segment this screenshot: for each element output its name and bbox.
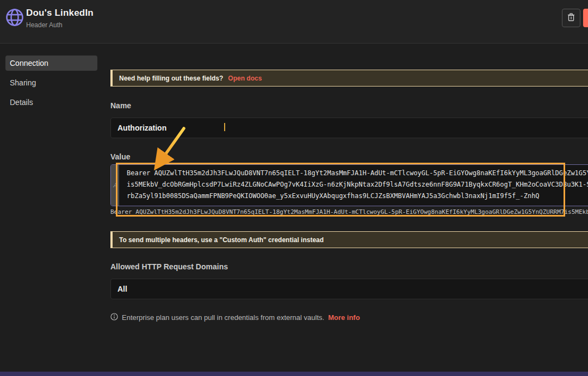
help-callout: Need help filling out these fields? Open… (110, 70, 588, 87)
fixed-value-icon: A (113, 182, 117, 189)
bottom-accent-bar (0, 372, 588, 376)
enterprise-note-text: Enterprise plan users can pull in creden… (122, 313, 324, 322)
token-line: rbZa5yl91b0085DSaQammFPNB9PeQKIOWOO0ae_y… (127, 190, 588, 202)
sidebar-item-sharing[interactable]: Sharing (5, 75, 97, 90)
open-docs-link[interactable]: Open docs (228, 75, 262, 82)
name-input[interactable]: Authorization (110, 118, 588, 138)
value-field-label: Value (110, 152, 131, 161)
enterprise-note: Enterprise plan users can pull in creden… (110, 313, 360, 322)
credential-title-block: Dou's LinkedIn Header Auth (26, 8, 94, 29)
help-callout-text: Need help filling out these fields? (119, 75, 223, 82)
value-textarea[interactable]: A Bearer AQUZwlTtH35m2dJh3FLwJQuD8VNT7n6… (110, 164, 588, 206)
value-preview-text: Bearer AQUZwlTtH35m2dJh3FLwJQuD8VNT7n65q… (110, 208, 588, 215)
token-line: Bearer AQUZwlTtH35m2dJh3FLwJQuD8VNT7n65q… (127, 168, 588, 179)
sidebar-item-connection[interactable]: Connection (5, 56, 97, 71)
value-token-text: Bearer AQUZwlTtH35m2dJh3FLwJQuD8VNT7n65q… (127, 168, 588, 202)
sidebar-item-details[interactable]: Details (5, 95, 97, 110)
expression-toggle[interactable]: A (111, 165, 119, 206)
domains-input-value: All (117, 285, 127, 293)
globe-icon (4, 7, 25, 28)
credential-modal: { "window": { "title": "Dou's LinkedIn",… (0, 0, 588, 376)
credential-subtitle: Header Auth (26, 21, 94, 29)
info-circle-icon (110, 313, 118, 322)
name-input-value: Authorization (117, 124, 166, 132)
domains-field-label: Allowed HTTP Request Domains (110, 262, 228, 271)
more-info-link[interactable]: More info (328, 313, 360, 322)
domains-input[interactable]: All (110, 279, 588, 299)
connection-panel: Need help filling out these fields? Open… (110, 0, 588, 376)
credential-sidebar: Connection Sharing Details (5, 56, 97, 114)
token-line: is5MEkbV_dcObRGmHplcsdP7LwiRz4ZLGNoCAwPO… (127, 179, 588, 190)
credential-title: Dou's LinkedIn (26, 8, 94, 19)
multiple-headers-text: To send multiple headers, use a "Custom … (119, 236, 324, 244)
multiple-headers-callout: To send multiple headers, use a "Custom … (110, 231, 588, 248)
name-field-label: Name (110, 101, 131, 110)
